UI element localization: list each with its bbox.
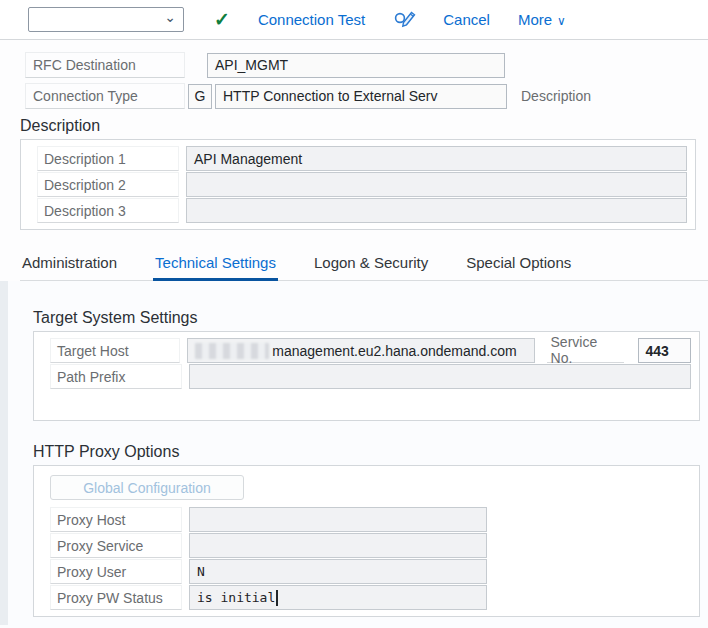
more-menu-button[interactable]: More ∨: [518, 11, 566, 28]
rfc-destination-row: RFC Destination API_MGMT: [25, 52, 708, 78]
tab-administration[interactable]: Administration: [20, 254, 119, 280]
http-proxy-options-title: HTTP Proxy Options: [33, 443, 708, 461]
connection-type-code-field[interactable]: G: [188, 84, 212, 109]
toolbar: ⌄ ✓ Connection Test Cancel More ∨: [0, 0, 708, 40]
proxy-user-label: Proxy User: [50, 559, 182, 584]
text-cursor: [276, 590, 278, 606]
description-1-field[interactable]: API Management: [186, 146, 687, 171]
path-prefix-row: Path Prefix: [50, 364, 691, 389]
service-no-label: Service No.: [547, 338, 624, 363]
more-menu-label: More: [518, 11, 552, 28]
description-section-title: Description: [20, 117, 708, 135]
global-configuration-button[interactable]: Global Configuration: [50, 475, 244, 500]
http-proxy-options-groupbox: Global Configuration Proxy Host Proxy Se…: [33, 465, 700, 617]
rfc-destination-label: RFC Destination: [25, 52, 185, 78]
connection-type-description-hint: Description: [521, 88, 591, 104]
description-3-label: Description 3: [37, 198, 179, 223]
proxy-host-row: Proxy Host: [50, 507, 691, 532]
sm59-connection-screen: ⌄ ✓ Connection Test Cancel More ∨ RFC De…: [0, 0, 708, 628]
path-prefix-field[interactable]: [189, 364, 691, 389]
proxy-user-field[interactable]: N: [189, 559, 487, 584]
proxy-pw-status-field[interactable]: is initial: [189, 585, 487, 610]
proxy-pw-status-row: Proxy PW Status is initial: [50, 585, 691, 610]
description-3-row: Description 3: [37, 198, 687, 223]
chevron-down-icon: ⌄: [164, 9, 176, 25]
tab-logon-security[interactable]: Logon & Security: [312, 254, 430, 280]
description-2-label: Description 2: [37, 172, 179, 197]
connection-type-row: Connection Type G HTTP Connection to Ext…: [25, 83, 708, 109]
command-combobox[interactable]: ⌄: [28, 7, 184, 32]
target-host-row: Target Host management.eu2.hana.ondemand…: [50, 338, 691, 363]
cancel-button[interactable]: Cancel: [443, 11, 490, 28]
technical-settings-panel: Target System Settings Target Host manag…: [0, 281, 708, 628]
proxy-service-field[interactable]: [189, 533, 487, 558]
destination-header: RFC Destination API_MGMT Connection Type…: [0, 40, 708, 281]
description-1-label: Description 1: [37, 146, 179, 171]
tab-special-options[interactable]: Special Options: [464, 254, 573, 280]
chevron-down-icon: ∨: [557, 14, 566, 28]
description-2-field[interactable]: [186, 172, 687, 197]
description-groupbox: Description 1 API Management Description…: [20, 139, 696, 230]
path-prefix-label: Path Prefix: [50, 364, 182, 389]
connection-test-button[interactable]: Connection Test: [258, 11, 365, 28]
rfc-destination-field[interactable]: API_MGMT: [207, 53, 505, 78]
service-no-field[interactable]: 443: [638, 338, 691, 363]
description-1-row: Description 1 API Management: [37, 146, 687, 171]
connection-type-text-field[interactable]: HTTP Connection to External Serv: [215, 84, 507, 109]
target-system-settings-groupbox: Target Host management.eu2.hana.ondemand…: [33, 331, 700, 421]
connection-type-label: Connection Type: [25, 83, 185, 109]
left-gutter: [0, 281, 8, 625]
target-host-field[interactable]: management.eu2.hana.ondemand.com: [187, 338, 534, 363]
proxy-host-field[interactable]: [189, 507, 487, 532]
description-2-row: Description 2: [37, 172, 687, 197]
proxy-pw-status-value: is initial: [197, 590, 275, 605]
redacted-host-prefix: [195, 343, 269, 359]
display-change-icon[interactable]: [393, 9, 417, 31]
target-system-settings-title: Target System Settings: [33, 309, 708, 327]
proxy-service-row: Proxy Service: [50, 533, 691, 558]
tab-strip: Administration Technical Settings Logon …: [20, 254, 708, 281]
proxy-user-row: Proxy User N: [50, 559, 691, 584]
target-host-label: Target Host: [50, 338, 180, 363]
proxy-pw-status-label: Proxy PW Status: [50, 585, 182, 610]
tab-technical-settings[interactable]: Technical Settings: [153, 254, 278, 280]
proxy-host-label: Proxy Host: [50, 507, 182, 532]
target-host-value: management.eu2.hana.ondemand.com: [272, 343, 516, 359]
description-3-field[interactable]: [186, 198, 687, 223]
proxy-service-label: Proxy Service: [50, 533, 182, 558]
confirm-check-icon[interactable]: ✓: [214, 8, 230, 31]
